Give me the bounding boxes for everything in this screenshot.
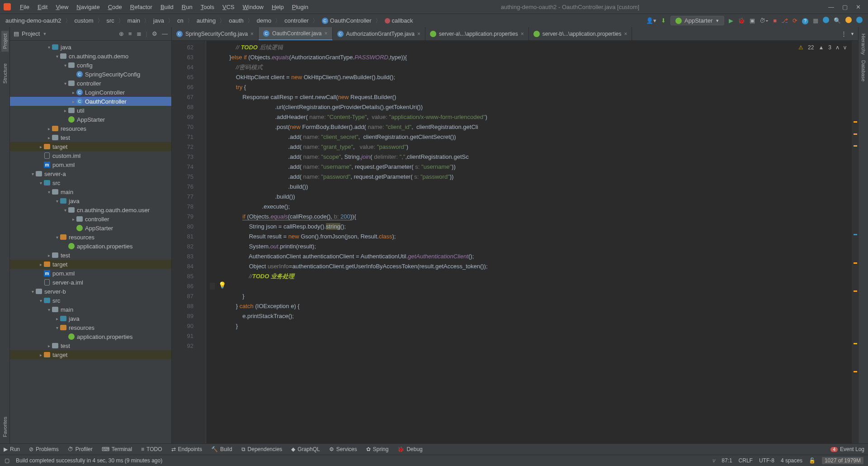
tree-item[interactable]: ▾cn.authing.oauth.demo — [10, 52, 171, 61]
tree-item[interactable]: ▸test — [10, 133, 171, 142]
breadcrumb-item[interactable]: main — [126, 16, 142, 25]
tree-item[interactable]: CSpringSecurityConfig — [10, 70, 171, 79]
code-view[interactable]: // TODO 后续逻辑 }else if (Objects.equals(Au… — [206, 41, 852, 443]
menu-vcs[interactable]: VCS — [219, 2, 238, 12]
tree-item[interactable]: ▸test — [10, 341, 171, 350]
editor-tab[interactable]: server-b\...\application.properties× — [529, 27, 632, 40]
breadcrumb-item[interactable]: demo — [255, 16, 274, 25]
chevron-down-icon[interactable]: ▼ — [42, 32, 47, 36]
user-icon[interactable]: 👤▾ — [646, 17, 656, 24]
tree-item[interactable]: ▾resources — [10, 233, 171, 242]
menu-help[interactable]: Help — [268, 2, 288, 12]
left-tab-favorites[interactable]: Favorites — [1, 414, 9, 440]
run-config-selector[interactable]: AppStarter ▼ — [670, 16, 724, 25]
search-everywhere-icon[interactable] — [823, 17, 829, 24]
right-tab-database[interactable]: Database — [860, 57, 867, 84]
breadcrumb-item[interactable]: src — [105, 16, 116, 25]
menu-file[interactable]: File — [16, 2, 33, 12]
menu-code[interactable]: Code — [104, 2, 126, 12]
tool-debug[interactable]: 🐞Debug — [397, 446, 422, 452]
tool-build[interactable]: 🔨Build — [211, 446, 232, 452]
breadcrumb-item[interactable]: authing — [195, 16, 218, 25]
menu-navigate[interactable]: Navigate — [73, 2, 103, 12]
tree-item[interactable]: ▾cn.authing.oauth.demo.user — [10, 205, 171, 214]
expand-all-icon[interactable]: ≡ — [128, 30, 132, 37]
chevron-down-icon[interactable]: ▼ — [850, 32, 854, 36]
menu-edit[interactable]: Edit — [34, 2, 51, 12]
menu-plugin[interactable]: Plugin — [288, 2, 312, 12]
close-tab-icon[interactable]: × — [325, 30, 328, 37]
right-tab-hierarchy[interactable]: Hierarchy — [860, 31, 867, 57]
menu-run[interactable]: Run — [178, 2, 196, 12]
indent-setting[interactable]: 4 spaces — [781, 457, 802, 464]
tab-list-icon[interactable]: ⋮ — [841, 30, 847, 37]
memory-indicator[interactable]: 1027 of 1979M — [822, 457, 863, 464]
stop-button[interactable]: ■ — [773, 17, 777, 24]
tree-item[interactable]: server-a.iml — [10, 278, 171, 287]
menu-view[interactable]: View — [52, 2, 72, 12]
git-icon[interactable]: ⎇ — [781, 17, 788, 24]
tree-item[interactable]: ▸controller — [10, 214, 171, 223]
menu-refactor[interactable]: Refactor — [127, 2, 156, 12]
close-tab-icon[interactable]: × — [417, 31, 420, 37]
breadcrumb-item[interactable]: authing-demo-oauth2 — [4, 16, 63, 25]
menu-build[interactable]: Build — [157, 2, 177, 12]
line-gutter[interactable]: 6263646566676869707172737475767778798081… — [172, 41, 199, 443]
tree-item[interactable]: ▸test — [10, 251, 171, 260]
debug-button[interactable]: 🐞 — [738, 17, 745, 24]
profiler-button[interactable]: ⏱▾ — [760, 17, 769, 24]
tree-item[interactable]: application.properties — [10, 242, 171, 251]
tool-graphql[interactable]: ◆GraphQL — [291, 446, 320, 452]
tool-endpoints[interactable]: ⇄Endpoints — [171, 446, 202, 452]
project-tree[interactable]: ▾java▾cn.authing.oauth.demo▾configCSprin… — [10, 41, 171, 443]
tree-item[interactable]: ▸resources — [10, 124, 171, 133]
tool-todo[interactable]: ≡TODO — [141, 446, 162, 452]
up-icon[interactable]: ʌ — [836, 44, 839, 51]
marker-bar[interactable] — [852, 41, 858, 443]
tree-item[interactable]: mpom.xml — [10, 269, 171, 278]
tree-item[interactable]: ▾config — [10, 61, 171, 70]
tree-item[interactable]: ▸target — [10, 260, 171, 269]
help-icon[interactable]: ? — [802, 17, 808, 24]
editor-tab[interactable]: CSpringSecurityConfig.java× — [172, 27, 259, 40]
select-opened-icon[interactable]: ⊕ — [119, 30, 124, 37]
caret-position[interactable]: 87:1 — [722, 457, 732, 464]
breadcrumb-item[interactable]: cn — [175, 16, 185, 25]
tree-item[interactable]: ▸CLoginController — [10, 88, 171, 97]
git-update-icon[interactable]: ⟳ — [793, 17, 797, 24]
tree-item[interactable]: ▾java — [10, 196, 171, 205]
file-encoding[interactable]: UTF-8 — [759, 457, 774, 464]
event-log-button[interactable]: 4 Event Log — [830, 446, 864, 452]
tree-item[interactable]: ▾main — [10, 187, 171, 196]
readonly-icon[interactable]: 🔓 — [809, 457, 816, 464]
tool-services[interactable]: ⚙Services — [329, 446, 357, 452]
tree-item[interactable]: ▾controller — [10, 79, 171, 88]
avatar-icon[interactable] — [856, 17, 863, 24]
editor-tab[interactable]: server-a\...\application.properties× — [425, 27, 529, 40]
hide-icon[interactable]: — — [162, 30, 168, 37]
editor-tab[interactable]: COauthController.java× — [259, 27, 332, 40]
breadcrumb-item[interactable]: custom — [73, 16, 95, 25]
left-tab-structure[interactable]: Structure — [1, 61, 9, 86]
tree-item[interactable]: ▾server-b — [10, 287, 171, 296]
tree-item[interactable]: ▾main — [10, 305, 171, 314]
line-separator[interactable]: CRLF — [739, 457, 753, 464]
editor-tab[interactable]: CAuthorizationGrantType.java× — [333, 27, 425, 40]
close-tab-icon[interactable]: × — [521, 31, 524, 37]
git-branch-icon[interactable]: ν — [712, 457, 715, 464]
tree-item[interactable]: ▸java — [10, 314, 171, 323]
settings-icon[interactable]: ⚙ — [152, 30, 157, 37]
intention-bulb-icon[interactable]: 💡 — [218, 281, 226, 289]
tree-item[interactable]: AppStarter — [10, 115, 171, 124]
tree-item[interactable]: mpom.xml — [10, 160, 171, 169]
close-tab-icon[interactable]: × — [624, 31, 627, 37]
left-tab-project[interactable]: Project — [1, 31, 9, 52]
coverage-button[interactable]: ▣ — [750, 17, 755, 24]
tree-item[interactable]: ▾resources — [10, 323, 171, 332]
tree-item[interactable]: ▸COauthController — [10, 97, 171, 106]
tree-item[interactable]: ▾server-a — [10, 169, 171, 178]
search-icon[interactable]: 🔍 — [834, 17, 841, 24]
tree-item[interactable]: ▾src — [10, 296, 171, 305]
tree-item[interactable]: ▾src — [10, 178, 171, 187]
build-icon[interactable]: ⬇ — [661, 17, 666, 24]
